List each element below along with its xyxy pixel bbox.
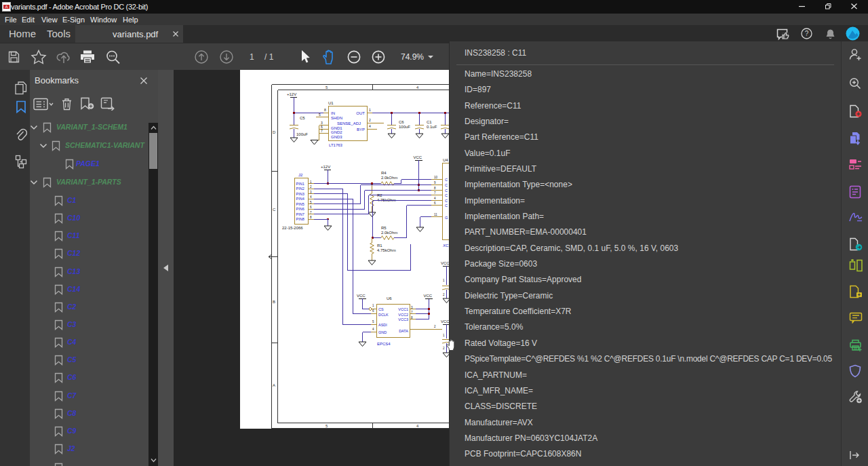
svg-text:2: 2 — [443, 347, 445, 350]
svg-text:C5: C5 — [300, 116, 305, 120]
svg-text:C1: C1 — [427, 120, 432, 124]
svg-text:C: C — [445, 203, 448, 208]
svg-text:4: 4 — [369, 124, 371, 128]
svg-text:5: 5 — [326, 424, 328, 428]
svg-text:R1: R1 — [377, 244, 382, 248]
svg-text:GND2: GND2 — [331, 130, 342, 134]
svg-text:8: 8 — [310, 216, 312, 219]
svg-text:+12V: +12V — [321, 165, 330, 169]
svg-text:3: 3 — [310, 191, 312, 194]
svg-text:1: 1 — [369, 108, 371, 112]
svg-text:VCC: VCC — [424, 294, 433, 298]
svg-text:C: C — [445, 183, 448, 187]
svg-text:PIN6: PIN6 — [296, 207, 304, 211]
svg-text:?: ? — [805, 30, 809, 37]
svg-text:7: 7 — [310, 211, 312, 214]
svg-text:VCC: VCC — [441, 261, 449, 265]
svg-text:VCC: VCC — [441, 319, 449, 324]
svg-text:5: 5 — [372, 320, 374, 324]
svg-text:1: 1 — [372, 304, 374, 307]
svg-text:IN: IN — [331, 111, 335, 115]
svg-text:G: G — [445, 216, 448, 220]
svg-text:U1: U1 — [328, 101, 334, 105]
svg-text:OUT: OUT — [356, 111, 365, 115]
svg-text:4: 4 — [372, 328, 374, 331]
svg-text:GND: GND — [378, 330, 387, 334]
svg-text:R5: R5 — [381, 226, 387, 230]
svg-text:6: 6 — [310, 206, 312, 209]
svg-text:ASDI: ASDI — [378, 323, 387, 327]
svg-text:VCC2: VCC2 — [398, 313, 408, 317]
svg-text:100uF: 100uF — [296, 132, 308, 136]
svg-text:PIN4: PIN4 — [296, 197, 304, 201]
svg-text:VCC: VCC — [414, 155, 422, 159]
svg-text:10: 10 — [434, 176, 438, 179]
svg-text:GND3: GND3 — [331, 135, 342, 139]
svg-text:4: 4 — [434, 197, 436, 200]
svg-text:4: 4 — [416, 85, 419, 90]
svg-text:SENSE_ADJ: SENSE_ADJ — [337, 121, 361, 125]
svg-text:C: C — [445, 178, 448, 182]
svg-text:C: C — [445, 199, 448, 203]
svg-text:PIN3: PIN3 — [296, 192, 304, 196]
svg-text:8: 8 — [324, 108, 326, 112]
svg-text:R4: R4 — [381, 171, 387, 175]
svg-text:2.0kOhm: 2.0kOhm — [381, 176, 397, 180]
svg-text:5: 5 — [310, 201, 312, 204]
svg-text:VCC: VCC — [357, 294, 366, 298]
svg-text:PIN7: PIN7 — [296, 212, 304, 216]
svg-text:22-15-2066: 22-15-2066 — [282, 226, 303, 230]
svg-text:4: 4 — [416, 424, 419, 428]
svg-text:2: 2 — [369, 118, 371, 122]
svg-text:CS: CS — [378, 307, 384, 311]
svg-text:PIN2: PIN2 — [296, 187, 304, 191]
svg-text:C: C — [273, 208, 276, 212]
svg-text:2: 2 — [310, 185, 312, 189]
svg-text:+12V: +12V — [287, 92, 296, 96]
svg-text:1: 1 — [443, 279, 445, 282]
svg-text:1: 1 — [443, 334, 445, 337]
svg-text:C: C — [445, 193, 448, 197]
svg-text:A: A — [5, 5, 7, 9]
svg-text:2: 2 — [434, 325, 436, 328]
svg-text:7: 7 — [321, 129, 323, 133]
svg-text:J2: J2 — [298, 173, 303, 177]
svg-text:11: 11 — [434, 213, 437, 216]
svg-text:8: 8 — [434, 187, 436, 190]
svg-text:LT1763: LT1763 — [329, 143, 343, 147]
svg-text:5: 5 — [326, 85, 328, 90]
svg-text:BYP: BYP — [357, 128, 365, 132]
svg-text:100uF: 100uF — [399, 125, 410, 129]
svg-text:U4: U4 — [443, 158, 448, 162]
svg-text:9: 9 — [434, 181, 436, 185]
svg-text:DCLK: DCLK — [378, 313, 389, 317]
svg-text:PIN1: PIN1 — [296, 182, 304, 186]
svg-text:XC3S20: XC3S20 — [442, 244, 449, 248]
svg-text:VCC3: VCC3 — [398, 317, 408, 322]
svg-text:2: 2 — [443, 293, 445, 296]
svg-text:D: D — [273, 130, 276, 134]
svg-text:U6: U6 — [387, 296, 392, 300]
svg-text:7: 7 — [434, 191, 436, 195]
svg-text:DATA: DATA — [399, 329, 408, 333]
svg-text:2.0kOhm: 2.0kOhm — [381, 231, 397, 235]
svg-text:C: C — [445, 189, 448, 193]
svg-text:SHDN: SHDN — [331, 116, 342, 120]
svg-text:C6: C6 — [399, 120, 404, 124]
svg-text:VCC1: VCC1 — [398, 307, 408, 311]
svg-text:6: 6 — [434, 201, 436, 205]
svg-text:6: 6 — [372, 309, 374, 313]
svg-text:B: B — [273, 300, 275, 304]
svg-text:GND1: GND1 — [331, 126, 342, 130]
svg-text:0.1uF: 0.1uF — [427, 125, 437, 129]
svg-text:A: A — [273, 383, 275, 387]
svg-text:5: 5 — [319, 113, 321, 117]
svg-text:PIN5: PIN5 — [296, 202, 304, 206]
svg-text:1: 1 — [310, 180, 312, 184]
svg-text:4: 4 — [310, 195, 312, 199]
svg-text:7: 7 — [411, 311, 413, 314]
svg-text:3: 3 — [411, 306, 413, 309]
svg-text:PIN8: PIN8 — [296, 217, 304, 221]
svg-text:8: 8 — [411, 316, 413, 319]
svg-text:EPCS4: EPCS4 — [377, 342, 391, 346]
